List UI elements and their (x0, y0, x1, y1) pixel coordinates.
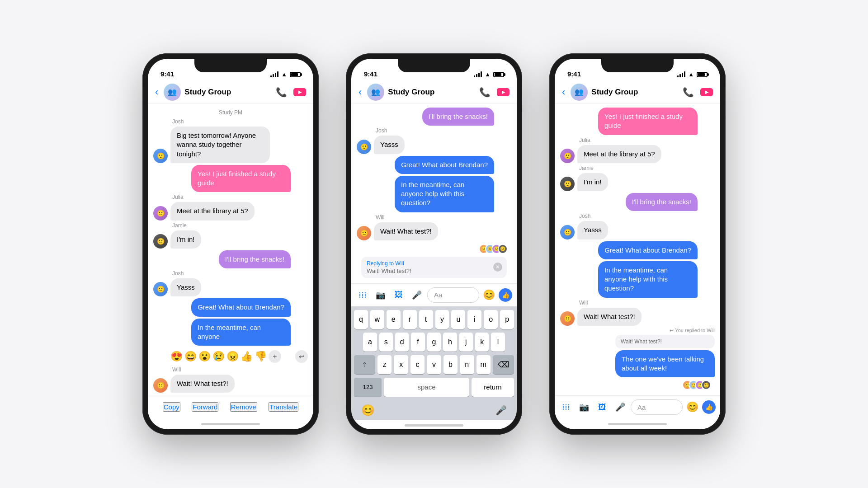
key-space[interactable]: space (384, 378, 469, 397)
video-button-2[interactable] (497, 88, 509, 96)
key-t[interactable]: t (419, 310, 433, 329)
chat-header-2: ‹ 👥 Study Group 📞 (351, 80, 517, 104)
key-i[interactable]: i (467, 310, 481, 329)
header-title-1[interactable]: Study Group (184, 88, 272, 97)
phone-2-screen: 9:41 ▲ ‹ 👥 Study Group 📞 (351, 59, 517, 429)
notch-2 (398, 59, 470, 72)
home-bar-2 (405, 424, 463, 427)
key-e[interactable]: e (387, 310, 401, 329)
video-button-1[interactable] (293, 88, 306, 96)
emoji-button-2[interactable]: 😊 (483, 289, 495, 301)
key-c[interactable]: c (410, 355, 425, 374)
bubble-5: I'll bring the snacks! (219, 250, 291, 268)
back-button-2[interactable]: ‹ (359, 86, 362, 98)
key-j[interactable]: j (459, 333, 473, 352)
reply-close-button[interactable]: ✕ (493, 263, 502, 272)
p3-msg-7: In the meantime, can anyone help with th… (560, 261, 715, 298)
call-button-1[interactable]: 📞 (276, 87, 287, 98)
battery-fill-2 (495, 73, 501, 76)
emoji-button-3[interactable]: 😊 (686, 401, 698, 413)
gallery-icon-3[interactable]: 🖼 (595, 400, 609, 414)
key-w[interactable]: w (370, 310, 384, 329)
text-input-2[interactable]: Aa (427, 287, 479, 303)
key-x[interactable]: x (394, 355, 408, 374)
apps-icon-3[interactable]: ⁞⁞⁞ (559, 400, 573, 414)
key-123[interactable]: 123 (354, 378, 382, 397)
reply-thread-3: ↩ You replied to Will Wait! What test?! … (615, 328, 715, 378)
back-button-1[interactable]: ‹ (155, 86, 158, 98)
key-s[interactable]: s (379, 333, 393, 352)
key-return[interactable]: return (472, 378, 514, 397)
reaction-love[interactable]: 😍 (170, 351, 183, 362)
bubble-9: Wait! What test?! (170, 375, 235, 393)
reaction-angry[interactable]: 😠 (226, 351, 239, 362)
battery-icon-2 (493, 72, 504, 77)
header-title-3[interactable]: Study Group (591, 88, 679, 97)
key-g[interactable]: g (427, 333, 441, 352)
sender-name-josh-1: Josh (172, 118, 308, 125)
reaction-cry[interactable]: 😢 (212, 351, 225, 362)
status-icons-2: ▲ (474, 71, 504, 78)
reaction-add-button[interactable]: + (269, 350, 281, 363)
mic-icon-3[interactable]: 🎤 (613, 400, 627, 414)
p3-msg-8: 🙂 Wait! What test?! (560, 308, 715, 326)
key-z[interactable]: z (377, 355, 392, 374)
key-u[interactable]: u (451, 310, 465, 329)
p2-avatar-will: 🙂 (357, 226, 371, 240)
key-delete[interactable]: ⌫ (493, 355, 514, 374)
key-k[interactable]: k (475, 333, 489, 352)
key-d[interactable]: d (395, 333, 409, 352)
p3-msg-1: Yes! I just finished a study guide (560, 108, 715, 135)
key-m[interactable]: m (476, 355, 491, 374)
p2-avatar-josh: 🙂 (357, 140, 371, 154)
back-button-3[interactable]: ‹ (562, 86, 565, 98)
date-label-1: Study PM (153, 109, 308, 116)
reaction-thumbsdown[interactable]: 👎 (255, 351, 267, 362)
mic-icon[interactable]: 🎤 (410, 288, 424, 302)
key-n[interactable]: n (460, 355, 474, 374)
reaction-reply-button[interactable]: ↩ (295, 350, 308, 363)
header-title-2[interactable]: Study Group (388, 88, 476, 97)
camera-icon-3[interactable]: 📷 (577, 400, 591, 414)
forward-button[interactable]: Forward (192, 402, 218, 412)
bubble-4: I'm in! (170, 230, 201, 249)
call-button-3[interactable]: 📞 (683, 87, 694, 98)
key-v[interactable]: v (427, 355, 441, 374)
gallery-icon[interactable]: 🖼 (392, 288, 406, 302)
key-h[interactable]: h (443, 333, 457, 352)
reply-original-text-3: Wait! What test?! (621, 338, 709, 345)
key-b[interactable]: b (443, 355, 458, 374)
message-row-3: 🙂 Meet at the library at 5? (153, 202, 308, 220)
sender-name-josh-2: Josh (172, 270, 308, 277)
key-p[interactable]: p (500, 310, 514, 329)
p3-msg-6: Great! What about Brendan? (560, 241, 715, 259)
key-f[interactable]: f (411, 333, 425, 352)
sender-name-will: Will (172, 366, 308, 373)
reaction-thumbsup[interactable]: 👍 (241, 351, 253, 362)
reaction-wow[interactable]: 😮 (198, 351, 211, 362)
call-button-2[interactable]: 📞 (479, 87, 491, 98)
text-input-3[interactable]: Aa (631, 399, 683, 415)
key-l[interactable]: l (491, 333, 505, 352)
translate-button[interactable]: Translate (269, 402, 298, 412)
camera-icon[interactable]: 📷 (374, 288, 387, 302)
like-button-2[interactable]: 👍 (499, 288, 512, 302)
copy-button[interactable]: Copy (163, 402, 180, 412)
key-shift[interactable]: ⇧ (354, 355, 375, 374)
p3-msg-3: 🙂 I'm in! (560, 173, 715, 191)
like-button-3[interactable]: 👍 (702, 400, 716, 414)
keyboard-emoji-bar: 😊 🎤 (354, 400, 514, 420)
key-a[interactable]: a (363, 333, 377, 352)
apps-icon[interactable]: ⁞⁞⁞ (356, 288, 369, 302)
key-y[interactable]: y (435, 310, 449, 329)
keyboard-mic-icon[interactable]: 🎤 (495, 405, 507, 416)
key-q[interactable]: q (354, 310, 368, 329)
keyboard-emoji-face[interactable]: 😊 (361, 404, 375, 417)
key-o[interactable]: o (484, 310, 498, 329)
remove-button[interactable]: Remove (230, 402, 257, 412)
key-r[interactable]: r (403, 310, 417, 329)
video-button-3[interactable] (700, 88, 713, 96)
reaction-laugh[interactable]: 😄 (184, 351, 197, 362)
status-time-3: 9:41 (567, 70, 581, 78)
message-row-9: 🙂 Wait! What test?! (153, 375, 308, 393)
